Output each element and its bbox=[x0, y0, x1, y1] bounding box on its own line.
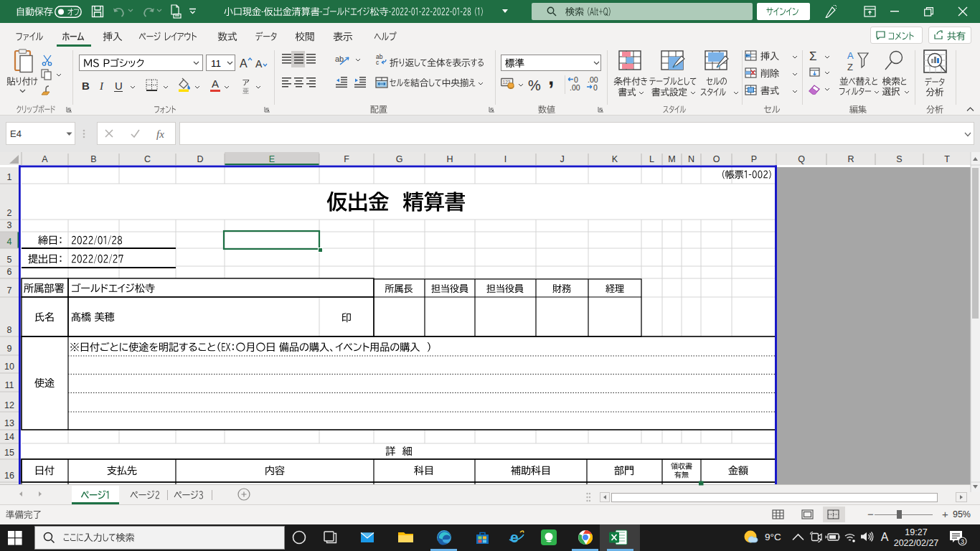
svg-text:F: F bbox=[344, 154, 349, 164]
svg-text:19:27: 19:27 bbox=[905, 527, 927, 537]
svg-text:9: 9 bbox=[7, 344, 12, 354]
svg-text:A: A bbox=[881, 531, 889, 543]
svg-text:B: B bbox=[90, 154, 96, 164]
svg-text:95%: 95% bbox=[953, 509, 971, 519]
svg-text:+: + bbox=[942, 508, 948, 520]
svg-text:4: 4 bbox=[7, 237, 12, 247]
svg-text:R: R bbox=[847, 154, 854, 164]
svg-text:−: − bbox=[867, 508, 874, 520]
svg-text:I: I bbox=[99, 80, 104, 92]
svg-text:K: K bbox=[612, 154, 618, 164]
svg-text:9°C: 9°C bbox=[765, 532, 781, 542]
svg-text:N: N bbox=[688, 154, 694, 164]
svg-text:11: 11 bbox=[5, 380, 14, 390]
svg-text:13: 13 bbox=[4, 418, 14, 428]
svg-text:A: A bbox=[212, 77, 219, 90]
svg-text:6: 6 bbox=[7, 267, 12, 277]
svg-text:T: T bbox=[944, 154, 950, 164]
svg-text:,: , bbox=[548, 65, 554, 89]
svg-text:J: J bbox=[560, 154, 564, 164]
svg-text:A: A bbox=[42, 154, 48, 164]
svg-text:Σ: Σ bbox=[809, 50, 817, 63]
svg-text:11: 11 bbox=[211, 58, 221, 69]
svg-text:U: U bbox=[115, 80, 123, 92]
svg-text:A: A bbox=[255, 58, 263, 70]
svg-text:I: I bbox=[504, 154, 507, 164]
svg-text:1: 1 bbox=[7, 172, 12, 182]
svg-text:C: C bbox=[144, 154, 151, 164]
svg-text:10: 10 bbox=[4, 362, 14, 372]
svg-text:L: L bbox=[649, 154, 654, 164]
svg-text:2: 2 bbox=[7, 208, 12, 218]
svg-text:Q: Q bbox=[798, 154, 805, 164]
svg-text:7: 7 bbox=[7, 286, 12, 296]
svg-text:8: 8 bbox=[7, 325, 12, 335]
svg-text:A: A bbox=[240, 57, 248, 70]
svg-text:16: 16 bbox=[4, 471, 14, 481]
svg-text:12: 12 bbox=[4, 400, 14, 410]
svg-text:E: E bbox=[269, 154, 275, 164]
svg-text:G: G bbox=[396, 154, 403, 164]
svg-text:O: O bbox=[713, 154, 720, 164]
svg-text:P: P bbox=[751, 154, 757, 164]
svg-text:M: M bbox=[668, 154, 675, 164]
svg-text:E4: E4 bbox=[10, 128, 22, 139]
svg-text:3: 3 bbox=[7, 220, 12, 230]
svg-text:2022/02/27: 2022/02/27 bbox=[894, 538, 939, 548]
svg-text:B: B bbox=[82, 80, 90, 92]
svg-text:%: % bbox=[528, 77, 541, 93]
svg-text:D: D bbox=[197, 154, 203, 164]
svg-text:15: 15 bbox=[4, 448, 14, 458]
svg-text:5: 5 bbox=[7, 255, 12, 265]
svg-text:H: H bbox=[446, 154, 453, 164]
svg-text:S: S bbox=[896, 154, 902, 164]
svg-text:fx: fx bbox=[156, 128, 164, 140]
svg-text:14: 14 bbox=[4, 432, 14, 442]
